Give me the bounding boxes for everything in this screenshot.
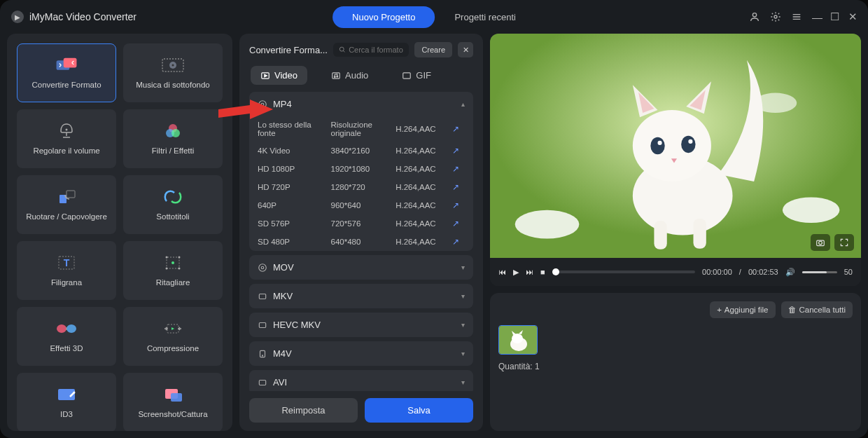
group-header-mkv[interactable]: MKV▾ [249, 284, 473, 308]
tool-crop[interactable]: Ritagliare [123, 241, 223, 300]
preset-codec: H.264,AAC [396, 146, 448, 155]
titlebar: ▶ iMyMac Video Converter Nuovo Progetto … [0, 0, 868, 34]
file-thumbnail[interactable] [498, 325, 538, 355]
tab-new-project[interactable]: Nuovo Progetto [332, 6, 435, 28]
svg-rect-69 [693, 219, 706, 249]
file-list-panel: +Aggiungi file 🗑Cancella tutti Quantità:… [490, 293, 861, 431]
reset-button[interactable]: Reimposta [249, 398, 358, 423]
preset-name: 4K Video [258, 146, 326, 155]
edit-preset-icon[interactable]: ↗ [452, 200, 465, 210]
tool-screenshot-capture[interactable]: Screenshot/Cattura [123, 373, 223, 431]
menu-icon[interactable] [791, 11, 802, 22]
window-minimize[interactable]: — [812, 11, 820, 23]
volume-icon[interactable]: 🔊 [785, 268, 795, 277]
preset-row[interactable]: HD 720P1280*720H.264,AAC↗ [249, 178, 473, 196]
svg-rect-68 [654, 221, 666, 249]
edit-preset-icon[interactable]: ↗ [452, 219, 465, 228]
svg-marker-39 [265, 74, 267, 77]
progress-bar[interactable] [552, 271, 695, 273]
svg-point-71 [819, 241, 822, 245]
clear-all-button[interactable]: 🗑Cancella tutti [781, 301, 853, 318]
format-panel: Convertire Forma... Creare ✕ Video Audio… [239, 34, 483, 431]
video-icon [260, 71, 270, 81]
button-label: Cancella tutti [799, 306, 846, 314]
tool-label: Filtri / Effetti [149, 146, 197, 156]
search-format[interactable] [333, 43, 409, 57]
save-button[interactable]: Salva [365, 398, 473, 423]
edit-preset-icon[interactable]: ↗ [452, 182, 465, 192]
preset-name: SD 480P [258, 238, 326, 246]
stop-button[interactable]: ■ [540, 268, 545, 276]
window-maximize[interactable]: ☐ [830, 11, 839, 23]
tool-convert-format[interactable]: Convertire Formato [17, 43, 116, 102]
snapshot-button[interactable] [811, 234, 830, 251]
group-header-mp4[interactable]: MP4 ▴ [249, 92, 473, 116]
preset-res: 640*480 [330, 238, 391, 246]
prev-button[interactable]: ⏮ [498, 268, 506, 276]
tool-rotate-flip[interactable]: Ruotare / Capovolgere [17, 175, 116, 234]
preview-frame [490, 34, 861, 258]
thumb-image [499, 326, 538, 355]
preset-res: 720*576 [330, 219, 391, 228]
tool-id3[interactable]: ID3 [17, 373, 116, 431]
progress-handle[interactable] [552, 268, 559, 275]
format-icon [258, 320, 267, 330]
tab-label: GIF [416, 70, 431, 81]
svg-point-0 [752, 13, 756, 17]
edit-preset-icon[interactable]: ↗ [452, 164, 465, 174]
tab-recent-projects[interactable]: Progetti recenti [435, 6, 535, 28]
tool-label: Compressione [144, 344, 202, 354]
tool-filters-effects[interactable]: Filtri / Effetti [123, 109, 223, 168]
volume-slider[interactable] [802, 271, 837, 273]
group-header-m4v[interactable]: M4V▾ [249, 341, 473, 366]
user-icon[interactable] [749, 11, 760, 22]
preset-row[interactable]: 640P960*640H.264,AAC↗ [249, 196, 473, 214]
tab-audio[interactable]: Audio [321, 66, 378, 85]
format-type-tabs: Video Audio GIF [249, 66, 473, 85]
preset-name: HD 1080P [258, 165, 326, 173]
tool-compression[interactable]: Compressione [123, 307, 223, 366]
window-close[interactable]: ✕ [848, 11, 857, 23]
svg-marker-30 [172, 327, 174, 330]
glasses-3d-icon [55, 319, 78, 338]
tool-subtitles[interactable]: Sottotitoli [123, 175, 223, 234]
group-header-avi[interactable]: AVI▾ [249, 370, 473, 391]
group-header-hevcmkv[interactable]: HEVC MKV▾ [249, 313, 473, 337]
svg-rect-6 [64, 58, 77, 68]
svg-point-22 [166, 256, 168, 259]
svg-point-65 [658, 141, 662, 145]
preset-row[interactable]: Lo stesso della fonteRisoluzione origina… [249, 116, 473, 142]
edit-preset-icon[interactable]: ↗ [452, 146, 465, 156]
format-icon [258, 378, 267, 388]
chevron-down-icon: ▾ [461, 321, 465, 329]
tool-label: Regolare il volume [30, 146, 102, 156]
svg-point-66 [688, 139, 692, 144]
rotate-icon [55, 187, 78, 207]
tab-gif[interactable]: GIF [392, 66, 441, 85]
create-button[interactable]: Creare [414, 42, 452, 57]
preset-row[interactable]: SD 480P640*480H.264,AAC↗ [249, 233, 473, 251]
camera-icon [816, 238, 825, 247]
format-panel-header: Convertire Forma... Creare ✕ [249, 42, 473, 57]
tool-adjust-volume[interactable]: Regolare il volume [17, 109, 116, 168]
fullscreen-button[interactable] [834, 234, 854, 251]
tab-video[interactable]: Video [251, 66, 307, 85]
svg-point-25 [178, 268, 181, 270]
svg-point-26 [57, 324, 66, 333]
tool-3d-effects[interactable]: Effetti 3D [17, 307, 116, 366]
edit-preset-icon[interactable]: ↗ [452, 124, 465, 134]
group-header-mov[interactable]: MOV▾ [249, 255, 473, 280]
preset-row[interactable]: 4K Video3840*2160H.264,AAC↗ [249, 142, 473, 160]
gear-icon[interactable] [770, 11, 781, 22]
close-panel-button[interactable]: ✕ [458, 42, 473, 57]
tool-watermark[interactable]: T Filigrana [17, 241, 116, 300]
next-button[interactable]: ⏭ [526, 268, 533, 276]
crop-icon [161, 253, 185, 273]
search-input[interactable] [349, 46, 403, 54]
preset-row[interactable]: HD 1080P1920*1080H.264,AAC↗ [249, 160, 473, 178]
preset-row[interactable]: SD 576P720*576H.264,AAC↗ [249, 214, 473, 233]
play-button[interactable]: ▶ [513, 268, 519, 277]
edit-preset-icon[interactable]: ↗ [452, 237, 465, 247]
add-file-button[interactable]: +Aggiungi file [710, 301, 775, 318]
tool-background-music[interactable]: Musica di sottofondo [123, 43, 223, 102]
